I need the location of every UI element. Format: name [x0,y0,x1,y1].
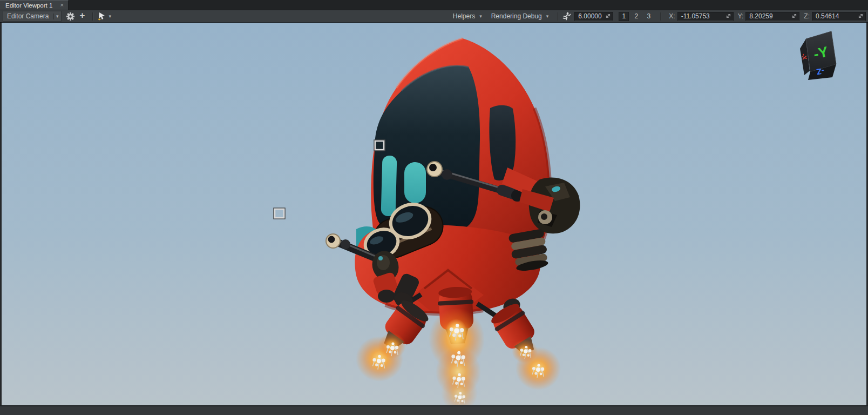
camera-z-value: 0.54614 [816,12,839,20]
z-axis-label: Z: [804,12,810,20]
toolbar-separator [92,12,93,21]
camera-x-value: -11.05753 [681,12,710,20]
viewport-tab-bar: Editor Viewport 1 × [0,0,868,10]
camera-y-input[interactable]: 8.20259 [745,12,799,21]
camera-speed-input[interactable]: 6.00000 [574,12,613,21]
tab-editor-viewport-1[interactable]: Editor Viewport 1 × [0,0,69,10]
camera-select-value: Editor Camera [3,12,53,21]
viewport-bottom-bar [0,405,868,415]
gear-icon [66,12,75,21]
add-viewport-button[interactable]: + [77,10,88,22]
speed-preset-3-button[interactable]: 3 [643,12,654,21]
drag-value-icon[interactable] [606,14,611,18]
speed-preset-3-label: 3 [647,12,650,20]
select-object-mode-button[interactable] [97,11,107,22]
camera-speed-button[interactable] [561,11,572,22]
camera-select-dropdown[interactable]: Editor Camera ▾ [3,11,62,22]
select-object-icon [97,12,106,21]
tab-close-icon[interactable]: × [60,2,63,8]
helpers-menu-label: Helpers [453,12,475,20]
viewport-toolbar: Editor Camera ▾ + [0,10,868,23]
speed-preset-2-label: 2 [634,12,638,20]
drag-value-icon[interactable] [726,14,731,18]
y-axis-label: Y: [738,12,744,20]
speed-preset-2-button[interactable]: 2 [631,12,641,21]
rendering-debug-menu-button[interactable]: Rendering Debug ▾ [487,12,554,20]
chevron-down-icon: ▾ [478,14,484,19]
toolbar-separator [557,12,558,21]
speed-preset-1-label: 1 [622,12,626,20]
viewport-settings-button[interactable] [65,11,76,22]
plus-icon: + [80,10,85,21]
chevron-down-icon: ▾ [53,14,61,19]
chevron-down-icon[interactable]: ▾ [107,14,113,19]
camera-x-input[interactable]: -11.05753 [677,12,734,21]
drag-value-icon[interactable] [792,14,797,18]
editor-window: -X -Y -Z Editor Viewport 1 × Editor Came… [0,0,868,415]
drag-value-icon[interactable] [858,14,863,18]
speed-preset-1-button[interactable]: 1 [619,12,629,21]
toolbar-separator [660,12,661,21]
camera-y-value: 8.20259 [749,12,772,20]
tab-title: Editor Viewport 1 [5,2,52,9]
helpers-menu-button[interactable]: Helpers ▾ [449,12,487,20]
cube-face-label-bottom: -Z [816,66,825,77]
camera-z-input[interactable]: 0.54614 [812,12,866,21]
viewport-canvas[interactable]: -X -Y -Z [0,0,868,415]
x-axis-label: X: [669,12,675,20]
camera-speed-value: 6.00000 [578,12,601,20]
runner-icon [562,12,571,21]
chevron-down-icon: ▾ [545,14,551,19]
rendering-debug-menu-label: Rendering Debug [491,12,542,20]
